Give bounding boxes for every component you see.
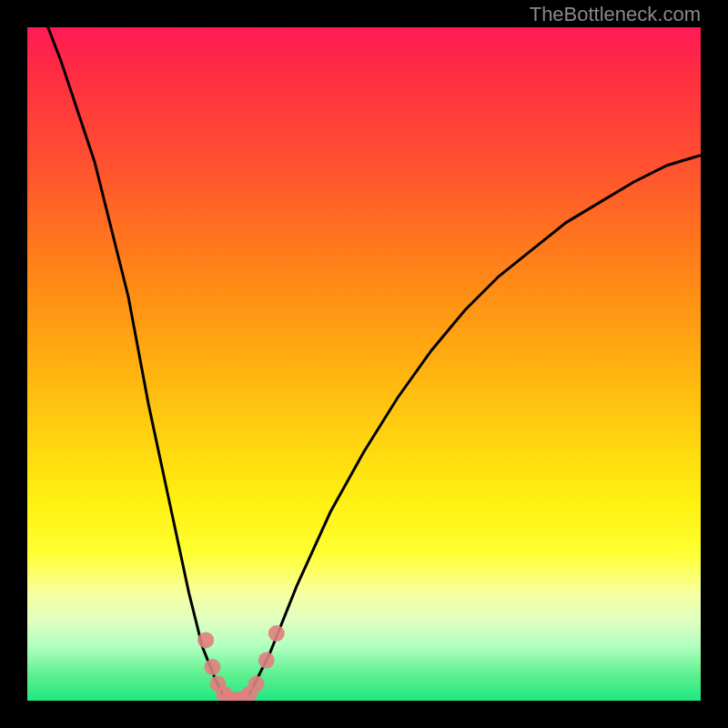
data-marker — [205, 659, 221, 675]
curve-svg — [27, 27, 701, 701]
data-marker — [268, 625, 285, 642]
data-marker — [248, 676, 265, 693]
data-marker — [258, 652, 275, 669]
chart-container: TheBottleneck.com — [0, 0, 728, 728]
plot-area — [27, 27, 701, 701]
data-marker — [197, 632, 214, 648]
data-markers — [197, 625, 285, 701]
bottleneck-curve — [27, 27, 701, 701]
watermark-text: TheBottleneck.com — [530, 3, 701, 26]
